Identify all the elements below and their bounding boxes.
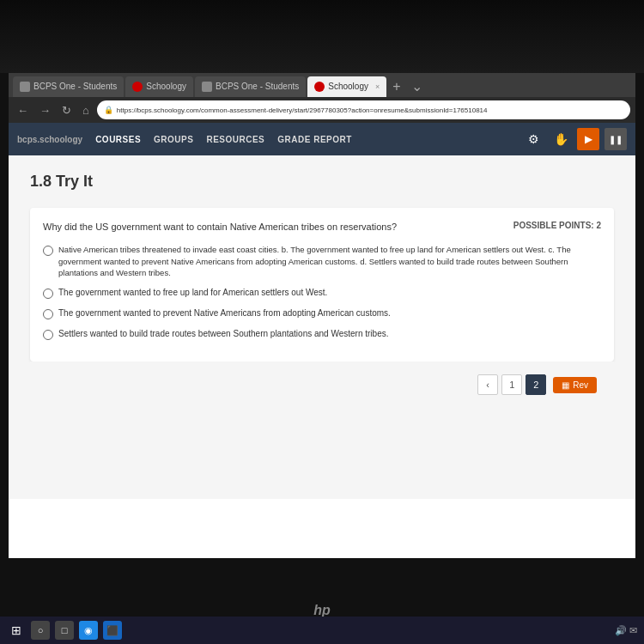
settings-button[interactable]: ⚙ [522,128,544,150]
screen: BCPS One - Students Schoology BCPS One -… [9,73,635,558]
chevron-icon[interactable]: ⌄ [407,78,427,94]
schoology-nav: bcps.schoology COURSES GROUPS RESOURCES … [9,123,635,155]
question-header: Why did the US government want to contai… [43,221,601,234]
back-button[interactable]: ← [14,102,32,118]
browser-chrome: BCPS One - Students Schoology BCPS One -… [9,73,635,123]
taskbar-browser[interactable]: ◉ [79,621,98,640]
schoology-icon-1 [132,82,143,92]
answer-options: Native American tribes threatened to inv… [43,244,601,340]
home-button[interactable]: ⌂ [79,102,93,118]
tab-close-icon[interactable]: × [375,82,380,91]
page-1-button[interactable]: 1 [501,374,522,395]
nav-brand: bcps.schoology [17,135,82,144]
refresh-button[interactable]: ↻ [58,102,75,118]
laptop-frame: BCPS One - Students Schoology BCPS One -… [0,0,644,644]
windows-start-button[interactable]: ⊞ [7,621,26,640]
tab-label-2: Schoology [146,82,186,91]
page-title: 1.8 Try It [30,173,614,191]
radio-c[interactable] [43,309,53,319]
play-icon: ▶ [585,133,592,145]
lock-icon: 🔒 [104,106,113,114]
pause-button[interactable]: ❚❚ [605,128,627,150]
schoology-icon-2 [314,82,325,92]
pagination: ‹ 1 2 ▦ Rev [30,361,614,408]
taskbar-clock: 🔊 ✉ [615,625,637,636]
taskbar-task-view[interactable]: □ [55,621,74,640]
nav-resources[interactable]: RESOURCES [206,135,264,144]
tab-label-1: BCPS One - Students [33,82,117,91]
nav-icons: ⚙ ✋ ▶ ❚❚ [522,128,627,150]
tab-schoology-1[interactable]: Schoology [125,76,193,97]
radio-a[interactable] [43,246,53,256]
prev-page-button[interactable]: ‹ [477,374,498,395]
tab-bcps-2[interactable]: BCPS One - Students [195,76,306,97]
radio-b[interactable] [43,289,53,299]
review-label: Rev [573,380,588,390]
hand-icon: ✋ [554,132,568,146]
nav-courses[interactable]: COURSES [95,135,141,144]
review-button[interactable]: ▦ Rev [553,377,597,393]
option-c[interactable]: The government wanted to prevent Native … [43,307,601,319]
page-icon-2 [202,82,212,92]
tab-bar: BCPS One - Students Schoology BCPS One -… [9,73,635,97]
option-c-text: The government wanted to prevent Native … [58,307,391,319]
option-b[interactable]: The government wanted to free up land fo… [43,287,601,299]
question-text: Why did the US government want to contai… [43,221,496,234]
tab-bcps-1[interactable]: BCPS One - Students [13,76,124,97]
taskbar: ⊞ ○ □ ◉ ⬛ 🔊 ✉ [0,617,644,644]
tab-schoology-2[interactable]: Schoology × [307,76,386,97]
new-tab-button[interactable]: + [388,79,404,94]
taskbar-app-pinned[interactable]: ⬛ [103,621,122,640]
tab-label-3: BCPS One - Students [216,82,299,91]
taskbar-right-area: 🔊 ✉ [615,625,637,636]
option-d[interactable]: Settlers wanted to build trade routes be… [43,328,601,340]
option-a[interactable]: Native American tribes threatened to inv… [43,244,601,278]
nav-grade-report[interactable]: GRADE REPORT [277,135,352,144]
option-d-text: Settlers wanted to build trade routes be… [58,328,389,340]
address-bar[interactable]: 🔒 https://bcps.schoology.com/common-asse… [97,100,630,119]
forward-button[interactable]: → [36,102,54,118]
option-a-text: Native American tribes threatened to inv… [58,244,601,278]
address-bar-row: ← → ↻ ⌂ 🔒 https://bcps.schoology.com/com… [9,97,635,123]
option-b-text: The government wanted to free up land fo… [58,287,327,299]
review-icon: ▦ [562,380,569,390]
pause-icon: ❚❚ [609,135,623,144]
hand-button[interactable]: ✋ [550,128,572,150]
possible-points: POSSIBLE POINTS: 2 [513,221,601,230]
play-button[interactable]: ▶ [577,128,599,150]
top-bezel [0,0,644,73]
taskbar-search[interactable]: ○ [31,621,50,640]
tab-label-4: Schoology [328,82,368,91]
main-content: 1.8 Try It Why did the US government wan… [9,155,635,499]
nav-groups[interactable]: GROUPS [154,135,193,144]
settings-icon: ⚙ [528,132,539,146]
page-2-button[interactable]: 2 [526,374,546,395]
page-icon-1 [20,82,30,92]
radio-d[interactable] [43,330,53,340]
question-section: Why did the US government want to contai… [30,208,614,361]
address-text: https://bcps.schoology.com/common-assess… [117,106,488,114]
